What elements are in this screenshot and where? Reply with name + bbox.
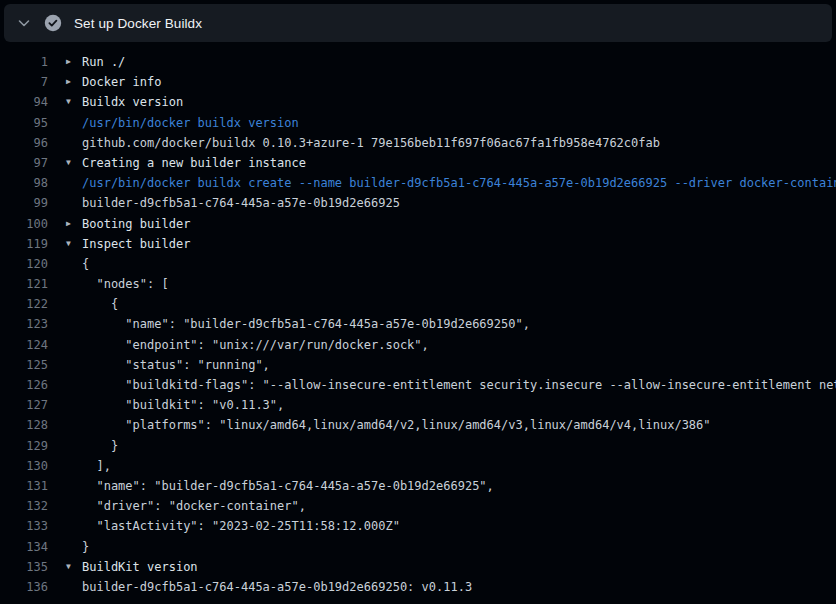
log-line: 120{ — [0, 254, 836, 274]
log-line[interactable]: 7▶Docker info — [0, 72, 836, 92]
log-line: 126 "buildkitd-flags": "--allow-insecure… — [0, 375, 836, 395]
line-number[interactable]: 95 — [0, 113, 48, 133]
line-number[interactable]: 1 — [0, 52, 48, 72]
line-number[interactable]: 127 — [0, 395, 48, 415]
line-number[interactable]: 129 — [0, 436, 48, 456]
chevron-right-icon[interactable]: ▶ — [66, 72, 82, 92]
gutter-spacer — [66, 577, 82, 597]
line-number[interactable]: 132 — [0, 496, 48, 516]
log-line: 130 ], — [0, 456, 836, 476]
log-line: 136builder-d9cfb5a1-c764-445a-a57e-0b19d… — [0, 577, 836, 597]
log-line: 122 { — [0, 294, 836, 314]
gutter-spacer — [66, 314, 82, 334]
gutter-spacer — [66, 173, 82, 193]
group-title[interactable]: BuildKit version — [82, 557, 198, 577]
command-text: /usr/bin/docker buildx create --name bui… — [82, 173, 836, 193]
group-title[interactable]: Buildx version — [82, 92, 183, 112]
line-number[interactable]: 135 — [0, 557, 48, 577]
command-text: /usr/bin/docker buildx version — [82, 113, 299, 133]
line-number[interactable]: 130 — [0, 456, 48, 476]
line-number[interactable]: 133 — [0, 516, 48, 536]
chevron-right-icon[interactable]: ▶ — [66, 52, 82, 72]
group-title[interactable]: Inspect builder — [82, 234, 190, 254]
line-number[interactable]: 7 — [0, 72, 48, 92]
log-line: 125 "status": "running", — [0, 355, 836, 375]
gutter-spacer — [66, 537, 82, 557]
chevron-down-icon[interactable]: ▼ — [66, 234, 82, 254]
gutter-spacer — [66, 274, 82, 294]
output-text: } — [82, 436, 118, 456]
log-line[interactable]: 100▶Booting builder — [0, 214, 836, 234]
log-line[interactable]: 1▶Run ./ — [0, 52, 836, 72]
gutter-spacer — [66, 476, 82, 496]
log-line: 129 } — [0, 436, 836, 456]
log-line: 96github.com/docker/buildx 0.10.3+azure-… — [0, 133, 836, 153]
output-text: } — [82, 537, 89, 557]
gutter-spacer — [66, 133, 82, 153]
log-line: 128 "platforms": "linux/amd64,linux/amd6… — [0, 415, 836, 435]
output-text: ], — [82, 456, 111, 476]
line-number[interactable]: 100 — [0, 214, 48, 234]
line-number[interactable]: 94 — [0, 92, 48, 112]
line-number[interactable]: 120 — [0, 254, 48, 274]
step-title: Set up Docker Buildx — [74, 16, 202, 31]
step-header[interactable]: Set up Docker Buildx — [4, 4, 832, 42]
output-text: "endpoint": "unix:///var/run/docker.sock… — [82, 335, 429, 355]
line-number[interactable]: 99 — [0, 193, 48, 213]
group-title[interactable]: Creating a new builder instance — [82, 153, 306, 173]
line-number[interactable]: 128 — [0, 415, 48, 435]
gutter-spacer — [66, 456, 82, 476]
log-line: 99builder-d9cfb5a1-c764-445a-a57e-0b19d2… — [0, 193, 836, 213]
output-text: "name": "builder-d9cfb5a1-c764-445a-a57e… — [82, 314, 530, 334]
output-text: "name": "builder-d9cfb5a1-c764-445a-a57e… — [82, 476, 494, 496]
line-number[interactable]: 125 — [0, 355, 48, 375]
line-number[interactable]: 121 — [0, 274, 48, 294]
gutter-spacer — [66, 395, 82, 415]
log-line: 123 "name": "builder-d9cfb5a1-c764-445a-… — [0, 314, 836, 334]
line-number[interactable]: 97 — [0, 153, 48, 173]
gutter-spacer — [66, 375, 82, 395]
line-number[interactable]: 96 — [0, 133, 48, 153]
output-text: "driver": "docker-container", — [82, 496, 306, 516]
log-line: 131 "name": "builder-d9cfb5a1-c764-445a-… — [0, 476, 836, 496]
gutter-spacer — [66, 355, 82, 375]
output-text: "lastActivity": "2023-02-25T11:58:12.000… — [82, 516, 400, 536]
line-number[interactable]: 131 — [0, 476, 48, 496]
gutter-spacer — [66, 193, 82, 213]
line-number[interactable]: 136 — [0, 577, 48, 597]
log-line: 98/usr/bin/docker buildx create --name b… — [0, 173, 836, 193]
group-title[interactable]: Booting builder — [82, 214, 190, 234]
output-text: "buildkit": "v0.11.3", — [82, 395, 284, 415]
output-text: { — [82, 254, 89, 274]
log-line[interactable]: 94▼Buildx version — [0, 92, 836, 112]
chevron-down-icon[interactable] — [16, 15, 32, 31]
log-line[interactable]: 119▼Inspect builder — [0, 234, 836, 254]
log-line: 121 "nodes": [ — [0, 274, 836, 294]
output-text: "status": "running", — [82, 355, 270, 375]
chevron-down-icon[interactable]: ▼ — [66, 92, 82, 112]
line-number[interactable]: 124 — [0, 335, 48, 355]
output-text: "nodes": [ — [82, 274, 169, 294]
line-number[interactable]: 119 — [0, 234, 48, 254]
line-number[interactable]: 126 — [0, 375, 48, 395]
log-line[interactable]: 135▼BuildKit version — [0, 557, 836, 577]
line-number[interactable]: 123 — [0, 314, 48, 334]
chevron-right-icon[interactable]: ▶ — [66, 214, 82, 234]
gutter-spacer — [66, 113, 82, 133]
chevron-down-icon[interactable]: ▼ — [66, 557, 82, 577]
line-number[interactable]: 134 — [0, 537, 48, 557]
log-line[interactable]: 97▼Creating a new builder instance — [0, 153, 836, 173]
log-line: 134} — [0, 537, 836, 557]
gutter-spacer — [66, 335, 82, 355]
chevron-down-icon[interactable]: ▼ — [66, 153, 82, 173]
group-title[interactable]: Docker info — [82, 72, 161, 92]
gutter-spacer — [66, 254, 82, 274]
group-title[interactable]: Run ./ — [82, 52, 125, 72]
gutter-spacer — [66, 516, 82, 536]
line-number[interactable]: 98 — [0, 173, 48, 193]
log-line: 133 "lastActivity": "2023-02-25T11:58:12… — [0, 516, 836, 536]
line-number[interactable]: 122 — [0, 294, 48, 314]
output-text: builder-d9cfb5a1-c764-445a-a57e-0b19d2e6… — [82, 193, 400, 213]
output-text: github.com/docker/buildx 0.10.3+azure-1 … — [82, 133, 660, 153]
output-text: "platforms": "linux/amd64,linux/amd64/v2… — [82, 415, 711, 435]
